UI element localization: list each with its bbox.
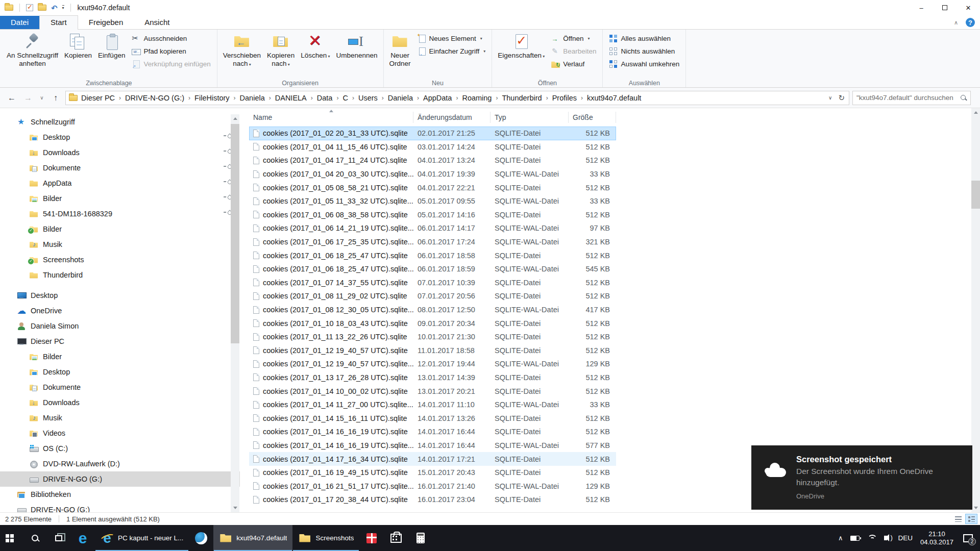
tray-expand-icon[interactable]: ∧ xyxy=(838,534,843,542)
sidebar-item[interactable]: Dokumente xyxy=(0,160,240,176)
sidebar-item[interactable]: Musik xyxy=(0,410,240,425)
breadcrumb-item[interactable]: Profiles› xyxy=(552,94,587,102)
action-center-icon[interactable]: 2 xyxy=(963,534,973,542)
column-header-name[interactable]: Name xyxy=(249,112,413,123)
close-button[interactable]: ✕ xyxy=(957,0,980,15)
ribbon-tab[interactable]: Start xyxy=(39,15,78,30)
sidebar-item[interactable]: Thunderbird xyxy=(0,267,240,283)
battery-icon[interactable] xyxy=(850,536,860,541)
ribbon-button[interactable]: Öffnen xyxy=(549,32,599,45)
file-row[interactable]: cookies (2017_01_06 17_25_35 UTC).sqlite… xyxy=(249,235,616,249)
breadcrumb-item[interactable]: kxut94o7.default› xyxy=(587,94,641,102)
ribbon-button[interactable]: Verschieben nach xyxy=(220,31,264,70)
collapse-ribbon-icon[interactable]: ∧ xyxy=(954,19,958,26)
file-row[interactable]: cookies (2017_01_12 19_40_57 UTC).sqlite… xyxy=(249,357,616,371)
sidebar-item[interactable]: OS (C:) xyxy=(0,441,240,456)
ribbon-button[interactable]: Umbenennen xyxy=(333,31,380,70)
back-button[interactable]: ← xyxy=(5,91,18,105)
file-row[interactable]: cookies (2017_01_05 08_58_21 UTC).sqlite… xyxy=(249,181,616,194)
sidebar-scrollbar[interactable] xyxy=(231,114,239,512)
sidebar-item[interactable]: Musik xyxy=(0,237,240,252)
new-folder-qat-icon[interactable] xyxy=(38,5,46,11)
taskbar-app[interactable]: Screenshots xyxy=(292,525,359,551)
breadcrumb-item[interactable]: AppData› xyxy=(423,94,462,102)
clock[interactable]: 21:10 04.03.2017 xyxy=(920,530,953,546)
scroll-up-icon[interactable] xyxy=(971,108,980,117)
file-list-scrollbar[interactable] xyxy=(971,108,980,512)
file-row[interactable]: cookies (2017_01_11 13_22_26 UTC).sqlite… xyxy=(249,330,616,344)
ribbon-button[interactable]: Kopieren xyxy=(61,31,95,69)
taskbar-app[interactable] xyxy=(189,525,213,551)
ribbon-tab[interactable]: Freigeben xyxy=(78,16,134,29)
sidebar-item[interactable]: DRIVE-N-GO (G:) xyxy=(0,502,240,512)
column-header-type[interactable]: Typ xyxy=(491,112,569,123)
column-header-date[interactable]: Änderungsdatum xyxy=(413,112,491,123)
file-row[interactable]: cookies (2017_01_04 17_11_24 UTC).sqlite… xyxy=(249,154,616,167)
sidebar-item[interactable]: Videos xyxy=(0,425,240,441)
sidebar-item[interactable]: Dokumente xyxy=(0,380,240,395)
taskbar-app[interactable] xyxy=(70,525,95,551)
ribbon-button[interactable]: Verknüpfung einfügen xyxy=(129,58,213,70)
sidebar-item[interactable]: Bilder xyxy=(0,221,240,237)
file-row[interactable]: cookies (2017_01_04 11_15_46 UTC).sqlite… xyxy=(249,140,616,154)
sidebar-item[interactable]: 541-DM118-1688329 xyxy=(0,206,240,221)
file-row[interactable]: cookies (2017_01_14 11_27_00 UTC).sqlite… xyxy=(249,398,616,412)
scroll-down-icon[interactable] xyxy=(231,504,239,512)
up-button[interactable]: ↑ xyxy=(49,91,62,105)
breadcrumb-item[interactable]: DANIELA› xyxy=(275,94,317,102)
breadcrumb-item[interactable]: Daniela› xyxy=(388,94,423,102)
onedrive-toast[interactable]: Screenshot gespeichert Der Screenshot wu… xyxy=(751,445,972,510)
sidebar-item[interactable]: Desktop xyxy=(0,288,240,303)
sidebar-item[interactable]: Daniela Simon xyxy=(0,318,240,334)
ribbon-button[interactable]: Einfügen xyxy=(95,31,128,69)
start-button[interactable] xyxy=(0,525,23,551)
sidebar-item[interactable]: DRIVE-N-GO (G:) xyxy=(0,471,240,487)
ribbon-button[interactable]: An Schnellzugriff anheften xyxy=(4,31,61,69)
file-row[interactable]: cookies (2017_01_04 20_03_30 UTC).sqlite… xyxy=(249,167,616,181)
volume-icon[interactable] xyxy=(884,536,887,540)
file-row[interactable]: cookies (2017_01_12 19_40_57 UTC).sqlite… xyxy=(249,344,616,358)
ribbon-button[interactable]: Ausschneiden xyxy=(129,32,213,45)
scrollbar-thumb[interactable] xyxy=(231,124,239,343)
refresh-icon[interactable]: ↻ xyxy=(838,93,845,103)
properties-qat-icon[interactable] xyxy=(26,4,33,11)
file-row[interactable]: cookies (2017_01_14 16_16_19 UTC).sqlite… xyxy=(249,439,616,453)
column-header-size[interactable]: Größe xyxy=(569,112,616,123)
ribbon-button[interactable]: Verlauf xyxy=(549,58,599,70)
file-row[interactable]: cookies (2017_01_10 18_03_43 UTC).sqlite… xyxy=(249,316,616,330)
file-row[interactable]: cookies (2017_01_16 19_49_15 UTC).sqlite… xyxy=(249,466,616,480)
address-bar[interactable]: Dieser PC› DRIVE-N-GO (G:)› FileHistory›… xyxy=(65,91,849,105)
breadcrumb-item[interactable]: Roaming› xyxy=(462,94,502,102)
sidebar-item[interactable]: Downloads xyxy=(0,395,240,410)
keyboard-language[interactable]: DEU xyxy=(898,534,913,542)
file-row[interactable]: cookies (2017_01_05 11_33_32 UTC).sqlite… xyxy=(249,194,616,208)
search-box[interactable] xyxy=(852,91,971,105)
sidebar-item[interactable]: OneDrive xyxy=(0,303,240,318)
file-row[interactable]: cookies (2017_01_08 12_30_05 UTC).sqlite… xyxy=(249,303,616,317)
breadcrumb-item[interactable]: C› xyxy=(342,94,358,102)
search-icon[interactable] xyxy=(960,94,967,101)
breadcrumb-item[interactable]: Data› xyxy=(317,94,343,102)
taskbar-search-button[interactable] xyxy=(23,525,47,551)
taskbar-app[interactable]: PC kaputt - neuer L... xyxy=(95,525,189,551)
file-row[interactable]: cookies (2017_01_16 21_51_17 UTC).sqlite… xyxy=(249,479,616,493)
sidebar-item[interactable]: Desktop xyxy=(0,130,240,145)
sidebar-item[interactable]: DVD-RW-Laufwerk (D:) xyxy=(0,456,240,471)
ribbon-button[interactable]: Löschen xyxy=(298,31,333,70)
file-row[interactable]: cookies (2017_01_13 17_26_28 UTC).sqlite… xyxy=(249,371,616,385)
sidebar-item[interactable]: Bibliotheken xyxy=(0,487,240,502)
sidebar-item[interactable]: Bilder xyxy=(0,191,240,206)
taskbar-app[interactable] xyxy=(384,525,408,551)
ribbon-button[interactable]: Neues Element xyxy=(415,32,488,45)
scroll-up-icon[interactable] xyxy=(231,114,239,123)
icons-view-button[interactable] xyxy=(965,514,977,524)
file-row[interactable]: cookies (2017_01_08 11_29_02 UTC).sqlite… xyxy=(249,289,616,303)
search-input[interactable] xyxy=(856,94,960,102)
ribbon-button[interactable]: Eigenschaften xyxy=(495,31,548,62)
sidebar-item[interactable]: Schnellzugriff xyxy=(0,114,240,130)
details-view-button[interactable] xyxy=(952,514,964,524)
ribbon-button[interactable]: Auswahl umkehren xyxy=(606,58,682,70)
taskbar-app[interactable] xyxy=(408,525,433,551)
ribbon-button[interactable]: Alles auswählen xyxy=(606,32,682,45)
qat-customize-icon[interactable]: ▾ xyxy=(62,5,64,10)
